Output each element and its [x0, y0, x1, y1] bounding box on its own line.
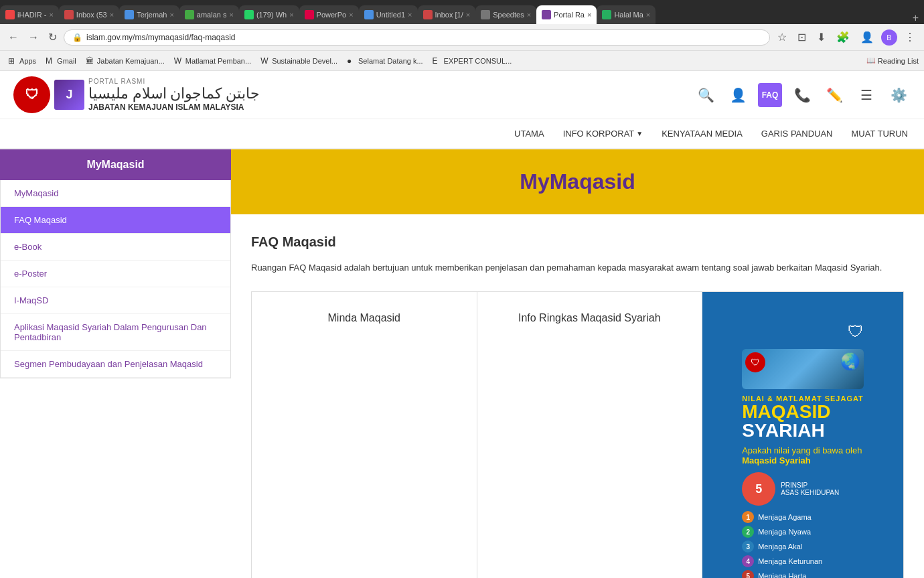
tab-label-amalan: amalan s	[197, 11, 227, 19]
logo-group: 🛡 J PORTAL RASMI جابتن کماجوان اسلام ملي…	[13, 76, 260, 113]
tab-close-whatsapp[interactable]: ×	[289, 11, 293, 19]
poster-label-5: Menjaga Harta	[758, 572, 806, 578]
tab-favicon-speedtes	[481, 10, 490, 19]
browser-chrome: iHADIR -×Inbox (53×Terjemah×amalan s×(17…	[0, 0, 924, 71]
nav-icons: ☆ ⊡ ⬇ 🧩 👤 B ⋮	[774, 29, 919, 46]
address-bar[interactable]: 🔒 islam.gov.my/ms/mymaqasid/faq-maqasid	[64, 29, 770, 46]
portal-rasmi-label: PORTAL RASMI	[88, 78, 260, 85]
tab-search-button[interactable]: ⊡	[794, 29, 810, 46]
browser-tab-inbox1[interactable]: Inbox [1/×	[418, 5, 476, 24]
tab-close-ihadir[interactable]: ×	[49, 11, 53, 19]
bookmark-star-button[interactable]: ☆	[774, 29, 790, 46]
profile-button[interactable]: B	[881, 29, 897, 46]
tab-close-inbox53[interactable]: ×	[110, 11, 114, 19]
account-button[interactable]: 👤	[857, 29, 877, 46]
browser-tab-amalan[interactable]: amalan s×	[179, 5, 239, 24]
reading-list-icon: 📖	[866, 56, 876, 65]
sidebar-item-eposter[interactable]: e-Poster	[1, 261, 230, 287]
reload-button[interactable]: ↻	[46, 29, 60, 45]
prinsip-num: 5	[755, 482, 762, 496]
poster-globe-graphic: 🌏 🛡	[742, 349, 864, 389]
sidebar-item-ebook[interactable]: e-Book	[1, 234, 230, 261]
sidebar-nav: MyMaqasid FAQ Maqasid e-Book e-Poster I-…	[0, 180, 231, 378]
bookmark-jabatan-kemajuan...[interactable]: 🏛Jabatan Kemajuan...	[83, 55, 167, 67]
sidebar-item-segmen[interactable]: Segmen Pembudayaan dan Penjelasan Maqasi…	[1, 351, 230, 378]
extensions-button[interactable]: 🧩	[833, 29, 853, 46]
dept-name-group: PORTAL RASMI جابتن کماجوان اسلام مليسيا …	[88, 78, 260, 112]
logo-area: 🛡 J PORTAL RASMI جابتن کماجوان اسلام ملي…	[13, 76, 694, 113]
bookmark-expert-consul...[interactable]: EEXPERT CONSUL...	[430, 55, 515, 67]
tab-close-powerpo[interactable]: ×	[349, 11, 353, 19]
tab-label-untitled: Untitled1	[376, 11, 405, 19]
nav-garis-panduan[interactable]: GARIS PANDUAN	[759, 121, 836, 147]
bookmarks-bar: ⊞AppsMGmail🏛Jabatan Kemajuan...WMatlamat…	[0, 51, 924, 71]
tab-close-portalra[interactable]: ×	[587, 11, 591, 19]
jakim-logo: J	[54, 80, 84, 110]
browser-tab-ihadir[interactable]: iHADIR -×	[0, 5, 59, 24]
card-info-ringkas[interactable]: Info Ringkas Maqasid Syariah	[477, 292, 703, 578]
bookmark-icon: ●	[347, 56, 356, 66]
menu-icon[interactable]: ☰	[854, 83, 878, 107]
tab-close-amalan[interactable]: ×	[229, 11, 233, 19]
user-icon[interactable]: 👤	[726, 83, 750, 107]
poster-list: 1 Menjaga Agama 2 Menjaga Nyawa 3 Menjag…	[742, 511, 864, 578]
poster-label-1: Menjaga Agama	[758, 513, 812, 521]
card-title-minda: Minda Maqasid	[328, 312, 401, 324]
tab-close-speedtes[interactable]: ×	[527, 11, 531, 19]
reading-list-button[interactable]: 📖 Reading List	[866, 56, 919, 65]
tab-label-whatsapp: (179) Wh	[256, 11, 287, 19]
sidebar-item-imaqsd[interactable]: I-MaqSD	[1, 287, 230, 314]
bookmark-gmail[interactable]: MGmail	[43, 55, 79, 67]
tab-close-halalma[interactable]: ×	[646, 11, 650, 19]
tab-close-terjemah[interactable]: ×	[169, 11, 173, 19]
card-title-info: Info Ringkas Maqasid Syariah	[518, 312, 661, 324]
nav-muat-turun[interactable]: MUAT TURUN	[849, 121, 911, 147]
settings-icon[interactable]: ⚙️	[887, 83, 911, 107]
browser-tab-powerpo[interactable]: PowerPo×	[299, 5, 359, 24]
faq-icon[interactable]: FAQ	[758, 83, 782, 107]
tab-label-halalma: Halal Ma	[614, 11, 643, 19]
tab-label-inbox53: Inbox (53	[76, 11, 107, 19]
browser-tab-speedtes[interactable]: Speedtes×	[475, 5, 536, 24]
poster-text-group: 🛡	[742, 322, 864, 344]
card-minda-maqasid[interactable]: Minda Maqasid	[252, 292, 477, 578]
sidebar-item-aplikasi[interactable]: Aplikasi Maqasid Syariah Dalam Pengurusa…	[1, 314, 230, 351]
bookmark-sustainable-devel...[interactable]: WSustainable Devel...	[258, 55, 340, 67]
back-button[interactable]: ←	[5, 30, 21, 45]
asas-label: ASAS KEHIDUPAN	[781, 489, 839, 496]
message-icon[interactable]: ✏️	[822, 83, 846, 107]
bookmark-label: Gmail	[57, 57, 76, 65]
more-button[interactable]: ⋮	[901, 29, 919, 46]
bookmark-label: Selamat Datang k...	[358, 57, 423, 65]
search-icon[interactable]: 🔍	[694, 83, 718, 107]
sidebar: MyMaqasid MyMaqasid FAQ Maqasid e-Book e…	[0, 149, 231, 578]
tab-close-inbox1[interactable]: ×	[466, 11, 470, 19]
dept-name-malay: JABATAN KEMAJUAN ISLAM MALAYSIA	[88, 102, 260, 112]
tab-close-untitled[interactable]: ×	[408, 11, 412, 19]
tab-favicon-terjemah	[125, 10, 134, 19]
sidebar-item-mymaqasid[interactable]: MyMaqasid	[1, 180, 230, 207]
new-tab-button[interactable]: +	[907, 12, 924, 24]
nav-kenyataan-media[interactable]: KENYATAAN MEDIA	[659, 121, 745, 147]
card-poster[interactable]: 🛡 🌏 🛡 NILAI & MATLAMAT SEJAGAT MAQASID	[702, 292, 903, 578]
browser-tab-whatsapp[interactable]: (179) Wh×	[239, 5, 299, 24]
phone-icon[interactable]: 📞	[790, 83, 814, 107]
bookmark-selamat-datang-k...[interactable]: ●Selamat Datang k...	[344, 55, 426, 67]
browser-tab-untitled[interactable]: Untitled1×	[359, 5, 418, 24]
bookmark-icon: 🏛	[86, 56, 95, 66]
browser-tab-terjemah[interactable]: Terjemah×	[119, 5, 179, 24]
dept-name-arabic: جابتن کماجوان اسلام مليسيا	[88, 85, 260, 102]
download-button[interactable]: ⬇	[814, 29, 829, 46]
forward-button[interactable]: →	[25, 30, 42, 45]
browser-tab-inbox53[interactable]: Inbox (53×	[59, 5, 119, 24]
browser-tab-halalma[interactable]: Halal Ma×	[597, 5, 656, 24]
sidebar-item-faq-maqasid[interactable]: FAQ Maqasid	[1, 207, 230, 234]
bookmark-matlamat-pemban...[interactable]: WMatlamat Pemban...	[171, 55, 254, 67]
browser-tab-portalra[interactable]: Portal Ra×	[536, 5, 597, 24]
poster-label-4: Menjaga Keturunan	[758, 557, 822, 565]
tab-label-ihadir: iHADIR -	[17, 11, 46, 19]
nav-utama[interactable]: UTAMA	[512, 121, 547, 147]
site-header: 🛡 J PORTAL RASMI جابتن کماجوان اسلام ملي…	[0, 71, 924, 119]
bookmark-apps[interactable]: ⊞Apps	[5, 55, 39, 67]
nav-info-korporat[interactable]: INFO KORPORAT ▼	[560, 121, 646, 147]
